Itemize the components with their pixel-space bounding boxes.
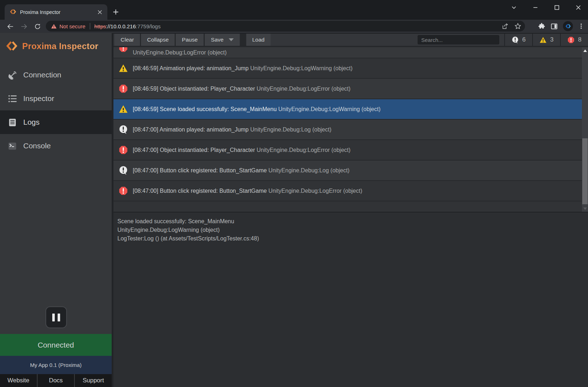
tab-search-chevron-icon[interactable] [509, 3, 519, 12]
side-panel-icon[interactable] [550, 23, 558, 30]
warning-triangle-icon [118, 63, 128, 73]
website-link[interactable]: Website [0, 374, 37, 387]
browser-tab[interactable]: Proxima Inspector [5, 4, 107, 20]
log-row[interactable]: [08:46:59] Scene loaded successfully: Sc… [113, 99, 582, 120]
detail-line: Scene loaded successfully: Scene_MainMen… [117, 217, 588, 226]
reload-button[interactable] [32, 21, 43, 32]
proxima-favicon-icon [10, 9, 16, 15]
browser-navbar: Not secure https://10.0.0.216:7759/logs [0, 20, 588, 33]
scrollbar-track[interactable] [582, 54, 588, 205]
address-bar[interactable]: Not secure https://10.0.0.216:7759/logs [46, 21, 525, 32]
save-button[interactable]: Save [204, 34, 239, 46]
info-count: 6 [522, 36, 525, 43]
error-octagon-icon [118, 186, 128, 196]
bookmark-star-icon[interactable] [514, 23, 521, 30]
share-icon[interactable] [501, 23, 509, 30]
log-list: UnityEngine.Debug:LogError (object) [08:… [113, 47, 588, 212]
log-row[interactable]: [08:47:00] Object instantiated: Player_C… [113, 140, 582, 161]
satellite-dish-icon [7, 70, 17, 80]
logs-toolbar: Clear Collapse Pause Save Load [113, 33, 588, 47]
back-button[interactable] [5, 21, 16, 32]
detail-line: UnityEngine.Debug:LogWarning (object) [117, 226, 588, 234]
warning-triangle-icon [118, 104, 128, 114]
tab-title: Proxima Inspector [20, 9, 97, 15]
sidebar-item-label: Console [23, 142, 51, 150]
url-scheme: https [94, 23, 106, 29]
proxima-logo-icon [6, 40, 18, 52]
not-secure-label[interactable]: Not secure [59, 23, 86, 29]
log-stacktrace: UnityEngine.Debug:LogWarning (object) [250, 65, 353, 71]
new-tab-button[interactable] [111, 7, 120, 16]
log-row[interactable]: [08:46:59] Object instantiated: Player_C… [113, 79, 582, 99]
collapse-button[interactable]: Collapse [140, 34, 175, 46]
scrollbar-down-arrow-icon[interactable] [582, 205, 588, 212]
pause-connection-button[interactable] [45, 306, 67, 328]
save-dropdown-caret-icon[interactable] [229, 38, 234, 41]
info-bubble-icon [118, 125, 128, 134]
log-message: [08:47:00] Button click registered: Butt… [133, 188, 267, 194]
clear-button[interactable]: Clear [115, 34, 140, 46]
forward-button[interactable] [19, 21, 29, 32]
proxima-app: Proxima Inspector Connection [0, 33, 588, 387]
omnibox-divider [90, 23, 90, 29]
log-stacktrace: UnityEngine.Debug:LogError (object) [268, 188, 362, 194]
profile-avatar[interactable] [563, 21, 573, 31]
log-row[interactable]: [08:47:00] Animation played: animation_J… [113, 120, 582, 140]
docs-link[interactable]: Docs [37, 374, 74, 387]
log-stacktrace: UnityEngine.Debug:LogError (object) [133, 49, 227, 56]
brand: Proxima Inspector [0, 33, 112, 55]
log-stacktrace: UnityEngine.Debug:LogError (object) [257, 86, 350, 92]
warning-triangle-icon [539, 36, 547, 44]
log-row[interactable]: [08:47:00] Button click registered: Butt… [113, 161, 582, 181]
tab-close-icon[interactable] [97, 9, 103, 15]
log-stacktrace: UnityEngine.Debug:LogError (object) [257, 147, 350, 153]
extensions-puzzle-icon[interactable] [538, 23, 545, 30]
log-message: [08:47:00] Button click registered: Butt… [133, 167, 267, 173]
log-row[interactable]: [08:47:00] Button click registered: Butt… [113, 181, 582, 201]
sidebar-item-logs[interactable]: Logs [0, 110, 112, 134]
sidebar-item-connection[interactable]: Connection [0, 63, 112, 87]
support-link[interactable]: Support [74, 374, 112, 387]
info-count-badge[interactable]: 6 [504, 34, 532, 46]
sidebar-item-label: Logs [23, 118, 40, 126]
search-input[interactable] [418, 35, 499, 44]
pause-logs-button[interactable]: Pause [175, 34, 204, 46]
log-message: [08:47:00] Animation played: animation_J… [133, 126, 249, 133]
error-count-badge[interactable]: 8 [560, 34, 588, 46]
maximize-button[interactable] [552, 3, 562, 12]
log-row[interactable]: [08:46:59] Animation played: animation_J… [113, 58, 582, 79]
error-octagon-icon [118, 84, 128, 94]
close-window-button[interactable] [574, 3, 583, 12]
info-bubble-icon [511, 36, 519, 44]
log-detail-pane: Scene loaded successfully: Scene_MainMen… [113, 212, 588, 387]
load-button[interactable]: Load [246, 34, 271, 46]
info-bubble-icon [118, 166, 128, 175]
error-octagon-icon [118, 47, 128, 53]
sidebar: Proxima Inspector Connection [0, 33, 112, 387]
sidebar-item-label: Inspector [23, 94, 54, 103]
sidebar-item-inspector[interactable]: Inspector [0, 87, 112, 110]
sidebar-item-label: Connection [23, 71, 61, 79]
app-name-text: My App 0.1 (Proxima) [30, 362, 82, 368]
log-message: [08:47:00] Object instantiated: Player_C… [133, 147, 255, 153]
not-secure-warning-icon [51, 23, 57, 29]
logs-panel: Clear Collapse Pause Save Load [112, 33, 588, 387]
app-name-bar: My App 0.1 (Proxima) [0, 356, 112, 374]
error-octagon-icon [567, 36, 575, 44]
minimize-button[interactable] [531, 3, 540, 12]
url-host: ://10.0.0.216 [106, 23, 136, 29]
sidebar-item-console[interactable]: Console [0, 134, 112, 158]
browser-menu-kebab-icon[interactable] [578, 23, 584, 29]
scrollbar-up-arrow-icon[interactable] [582, 47, 588, 54]
url-text[interactable]: https://10.0.0.216:7759/logs [94, 23, 161, 29]
connection-status-text: Connected [38, 341, 74, 349]
scrollbar-thumb[interactable] [582, 138, 588, 204]
log-scrollbar[interactable] [582, 47, 588, 212]
browser-window: Proxima Inspector [0, 0, 588, 387]
sidebar-footer: Website Docs Support [0, 374, 112, 387]
warning-count-badge[interactable]: 3 [532, 34, 560, 46]
log-row[interactable]: UnityEngine.Debug:LogError (object) [113, 47, 582, 58]
log-message: [08:46:59] Scene loaded successfully: Sc… [133, 106, 277, 112]
error-count: 8 [578, 36, 581, 43]
terminal-icon [7, 141, 17, 151]
